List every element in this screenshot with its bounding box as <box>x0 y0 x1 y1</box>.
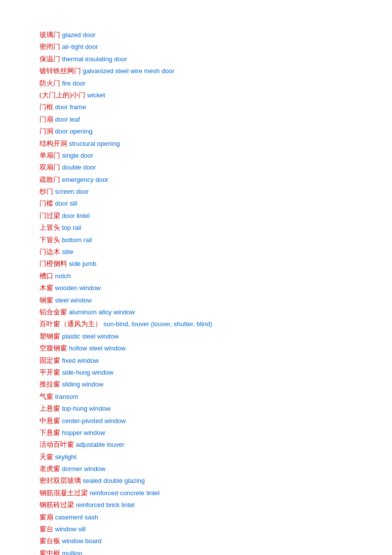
list-item: 上悬窗 top-hung window <box>39 403 353 414</box>
list-item: 窗台 window sill <box>39 524 353 535</box>
chinese-term: 门边木 <box>39 248 60 256</box>
english-term: wicket <box>87 91 105 99</box>
english-term: door lintel <box>62 212 90 219</box>
list-item: 槽口 notch <box>39 271 353 282</box>
english-term: emergency door <box>62 176 109 183</box>
chinese-term: 镀锌铁丝网门 <box>39 67 81 75</box>
chinese-term: 结构开洞 <box>39 140 67 147</box>
chinese-term: 窗中梃 <box>39 550 60 555</box>
english-term: dormer window <box>62 465 106 472</box>
chinese-term: 钢窗 <box>39 297 53 304</box>
english-term: fire door <box>62 80 86 87</box>
list-item: 塑钢窗 plastic steel window <box>39 331 353 342</box>
list-item: 中悬窗 center-pivoted window <box>39 416 353 427</box>
english-term: sealed double glazing <box>83 477 145 484</box>
chinese-term: 上悬窗 <box>39 405 60 412</box>
list-item: 百叶窗（通风为主） sun-bind, louver (louver, shut… <box>39 319 353 330</box>
english-term: door leaf <box>55 116 80 123</box>
english-term: double door <box>62 164 96 171</box>
chinese-term: 空腹钢窗 <box>39 344 67 352</box>
chinese-term: 保温门 <box>39 55 60 63</box>
list-item: 窗中梃 mullion <box>39 548 353 555</box>
list-item: 结构开洞 structural opening <box>39 138 353 149</box>
list-item: 上冒头 top rail <box>39 222 353 233</box>
list-item: 玻璃门 glazed door <box>39 30 353 41</box>
english-term: mullion <box>62 550 82 555</box>
list-item: 窗台板 window board <box>39 536 353 547</box>
english-term: door frame <box>55 103 86 111</box>
chinese-term: 双扇门 <box>39 164 60 171</box>
list-item: 单扇门 single door <box>39 150 353 161</box>
list-item: 密封双层玻璃 sealed double glazing <box>39 475 353 486</box>
list-item: 双扇门 double door <box>39 162 353 173</box>
list-item: 门槛 door sill <box>39 198 353 209</box>
english-term: hollow steel window <box>69 344 126 352</box>
english-term: reinforced brick lintel <box>76 501 135 509</box>
chinese-term: 门扇 <box>39 116 53 123</box>
list-item: 气窗 transom <box>39 391 353 402</box>
english-term: stile <box>62 248 74 256</box>
english-term: sliding window <box>62 381 104 388</box>
english-term: sun-bind, louver (louver, shutter, blind… <box>104 320 212 328</box>
chinese-term: 老虎窗 <box>39 465 60 472</box>
list-item: 钢筋砖过梁 reinforced brick lintel <box>39 500 353 511</box>
english-term: aluminum alloy window <box>69 308 135 316</box>
chinese-term: (大门上的)小门 <box>39 91 85 99</box>
english-term: side-hung window <box>62 369 114 376</box>
chinese-term: 门槛 <box>39 200 53 207</box>
list-item: 门洞 door opening <box>39 126 353 137</box>
english-term: door opening <box>55 128 93 135</box>
chinese-term: 门橙侧料 <box>39 260 67 267</box>
list-item: 下悬窗 hopper window <box>39 427 353 438</box>
list-item: 门边木 stile <box>39 247 353 257</box>
chinese-term: 天窗 <box>39 453 53 461</box>
english-term: hopper window <box>62 429 105 436</box>
english-term: bottom rail <box>62 236 92 244</box>
chinese-term: 疏散门 <box>39 176 60 183</box>
list-item: 窗扇 casement sash <box>39 512 353 523</box>
list-item: 固定窗 fixed window <box>39 355 353 366</box>
list-item: 木窗 wooden window <box>39 283 353 294</box>
chinese-term: 窗台板 <box>39 537 60 545</box>
term-list: 玻璃门 glazed door密闭门 air-tight door保温门 the… <box>39 30 353 555</box>
list-item: 门扇 door leaf <box>39 114 353 125</box>
chinese-term: 下冒头 <box>39 236 60 244</box>
chinese-term: 平开窗 <box>39 369 60 376</box>
chinese-term: 槽口 <box>39 272 53 280</box>
list-item: 疏散门 emergency door <box>39 174 353 185</box>
english-term: single door <box>62 152 94 159</box>
chinese-term: 百叶窗（通风为主） <box>39 320 102 328</box>
english-term: door sill <box>55 200 78 207</box>
list-item: 门橙侧料 side jumb <box>39 258 353 269</box>
list-item: 天窗 skylight <box>39 452 353 463</box>
chinese-term: 活动百叶窗 <box>39 441 74 448</box>
english-term: glazed door <box>62 31 96 39</box>
english-term: side jumb <box>69 260 97 267</box>
chinese-term: 窗台 <box>39 525 53 533</box>
chinese-term: 下悬窗 <box>39 429 60 436</box>
english-term: galvanized steel wire mesh door <box>83 67 175 75</box>
list-item: 保温门 thermal insulating door <box>39 54 353 65</box>
list-item: 平开窗 side-hung window <box>39 367 353 378</box>
chinese-term: 窗扇 <box>39 513 53 521</box>
chinese-term: 木窗 <box>39 284 53 292</box>
chinese-term: 钢筋混凝土过梁 <box>39 489 88 497</box>
list-item: 钢筋混凝土过梁 reinforced concrete lintel <box>39 488 353 499</box>
chinese-term: 玻璃门 <box>39 31 60 39</box>
chinese-term: 中悬窗 <box>39 417 60 425</box>
english-term: fixed window <box>62 357 99 364</box>
english-term: skylight <box>55 453 77 461</box>
list-item: 活动百叶窗 adjustable louver <box>39 439 353 450</box>
english-term: top-hung window <box>62 405 111 412</box>
english-term: center-pivoted window <box>62 417 126 425</box>
list-item: 钢窗 steel window <box>39 295 353 306</box>
english-term: reinforced concrete lintel <box>90 489 160 497</box>
chinese-term: 气窗 <box>39 393 53 400</box>
chinese-term: 推拉窗 <box>39 381 60 388</box>
list-item: 推拉窗 sliding window <box>39 379 353 390</box>
chinese-term: 门洞 <box>39 128 53 135</box>
english-term: notch <box>55 272 71 280</box>
english-term: structural opening <box>69 140 120 147</box>
list-item: 纱门 screen door <box>39 186 353 197</box>
english-term: transom <box>55 393 78 400</box>
